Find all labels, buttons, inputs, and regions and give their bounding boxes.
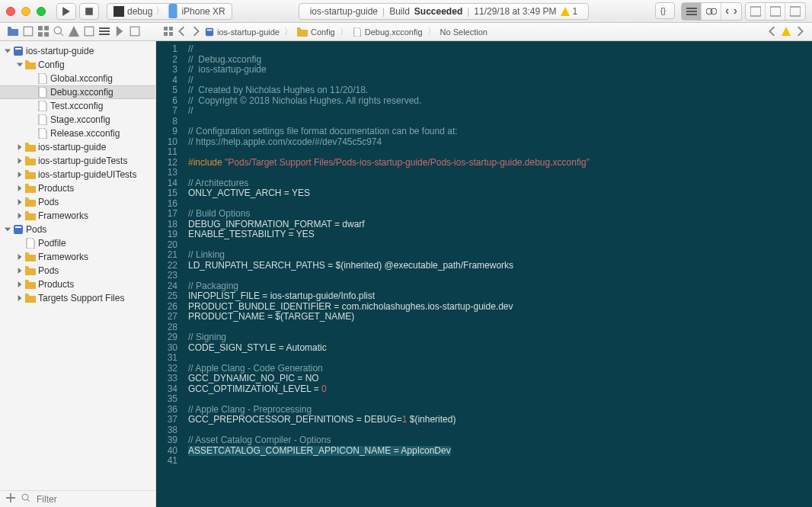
- disclosure-triangle-icon[interactable]: [15, 172, 24, 178]
- jump-forward-icon[interactable]: [795, 27, 804, 37]
- assistant-editor-button[interactable]: [702, 3, 721, 20]
- tree-row[interactable]: Test.xcconfig: [0, 99, 155, 113]
- rfile-icon: [24, 238, 37, 249]
- breakpoint-navigator-icon[interactable]: [114, 26, 125, 38]
- code-editor[interactable]: 1234567891011121314151617181920212223242…: [156, 41, 812, 507]
- tree-row[interactable]: ios-startup-guideTests: [0, 154, 155, 168]
- tree-item-label: Products: [38, 279, 74, 290]
- report-navigator-icon[interactable]: [129, 26, 140, 38]
- tree-row[interactable]: Pods: [0, 264, 155, 278]
- status-project: ios-startup-guide: [310, 6, 378, 17]
- window-controls: [6, 7, 46, 16]
- tree-row[interactable]: Stage.xcconfig: [0, 113, 155, 127]
- tree-item-label: Test.xcconfig: [50, 101, 103, 111]
- tree-row[interactable]: ios-startup-guide: [0, 140, 155, 154]
- tree-row[interactable]: ios-startup-guide: [0, 44, 155, 58]
- disclosure-triangle-icon[interactable]: [3, 48, 12, 54]
- navigator-footer: [0, 490, 155, 507]
- close-window-button[interactable]: [6, 7, 15, 16]
- tree-row[interactable]: Config: [0, 58, 155, 72]
- forward-button[interactable]: [191, 27, 200, 37]
- jump-bar: ios-startup-guide 〉 Config 〉 Debug.xccon…: [156, 26, 760, 37]
- tree-row[interactable]: Debug.xcconfig: [0, 85, 155, 99]
- disclosure-triangle-icon[interactable]: [15, 295, 24, 301]
- tree-item-label: Targets Support Files: [38, 293, 124, 303]
- disclosure-triangle-icon[interactable]: [15, 158, 24, 164]
- tree-row[interactable]: Pods: [0, 195, 155, 209]
- left-panel-toggle[interactable]: [746, 3, 766, 20]
- tree-item-label: Frameworks: [38, 252, 88, 262]
- test-navigator-icon[interactable]: [84, 26, 94, 38]
- find-navigator-icon[interactable]: [53, 26, 64, 38]
- folder-icon: [24, 59, 37, 70]
- disclosure-triangle-icon[interactable]: [15, 268, 24, 274]
- version-editor-button[interactable]: [721, 3, 741, 20]
- tree-row[interactable]: Pods: [0, 223, 155, 236]
- right-panel-toggle[interactable]: [785, 3, 805, 20]
- standard-editor-button[interactable]: [682, 3, 702, 20]
- file-icon: [37, 101, 49, 111]
- folder-icon: [24, 142, 37, 152]
- disclosure-triangle-icon[interactable]: [15, 213, 24, 219]
- project-icon: [205, 27, 214, 37]
- tree-row[interactable]: Targets Support Files: [0, 291, 155, 305]
- folder-icon: [24, 197, 37, 207]
- breadcrumb-project: ios-startup-guide: [217, 27, 280, 37]
- issue-indicator-icon[interactable]: [782, 27, 791, 37]
- symbol-navigator-icon[interactable]: [38, 26, 49, 38]
- related-items-icon[interactable]: [164, 27, 173, 37]
- disclosure-triangle-icon[interactable]: [15, 62, 24, 68]
- tree-row[interactable]: Products: [0, 181, 155, 195]
- tree-row[interactable]: Release.xcconfig: [0, 127, 155, 140]
- back-button[interactable]: [177, 27, 187, 37]
- code-snippets-button[interactable]: [655, 2, 675, 19]
- add-button[interactable]: [6, 493, 15, 505]
- breadcrumb[interactable]: ios-startup-guide 〉 Config 〉 Debug.xccon…: [205, 26, 488, 37]
- minimize-window-button[interactable]: [21, 7, 30, 16]
- warning-badge[interactable]: 1: [561, 6, 577, 17]
- proj-icon: [12, 46, 24, 56]
- tree-item-label: Podfile: [38, 238, 66, 249]
- scheme-selector[interactable]: debug 〉 iPhone XR: [107, 3, 232, 20]
- tree-row[interactable]: Products: [0, 278, 155, 291]
- tree-item-label: ios-startup-guideUITests: [38, 169, 136, 180]
- folder-icon: [24, 293, 37, 303]
- breadcrumb-file: Debug.xcconfig: [365, 27, 423, 37]
- titlebar: debug 〉 iPhone XR ios-startup-guide | Bu…: [0, 0, 812, 23]
- svg-rect-14: [113, 6, 124, 17]
- toolbar-right: [655, 2, 806, 21]
- disclosure-triangle-icon[interactable]: [15, 199, 24, 205]
- tree-row[interactable]: Frameworks: [0, 250, 155, 264]
- tree-row[interactable]: Global.xcconfig: [0, 72, 155, 85]
- debug-navigator-icon[interactable]: [99, 26, 110, 38]
- tree-item-label: ios-startup-guide: [38, 142, 106, 152]
- tree-item-label: Pods: [38, 265, 59, 276]
- tree-item-label: Pods: [38, 197, 59, 207]
- sourcecontrol-navigator-icon[interactable]: [23, 26, 34, 38]
- tree-row[interactable]: ios-startup-guideUITests: [0, 168, 155, 181]
- jump-back-icon[interactable]: [768, 27, 777, 37]
- issue-navigator-icon[interactable]: [69, 26, 79, 38]
- tree-row[interactable]: Podfile: [0, 236, 155, 250]
- tree-item-label: ios-startup-guide: [26, 46, 94, 56]
- bottom-panel-toggle[interactable]: [766, 3, 785, 20]
- disclosure-triangle-icon[interactable]: [3, 226, 12, 233]
- disclosure-triangle-icon[interactable]: [15, 281, 24, 287]
- code-content[interactable]: //// Debug.xcconfig// ios-startup-guide/…: [182, 41, 812, 507]
- zoom-window-button[interactable]: [37, 7, 46, 16]
- stop-button[interactable]: [79, 3, 99, 20]
- folder-icon: [24, 252, 37, 262]
- panel-toggle-group: [745, 2, 806, 21]
- folder-icon: [24, 210, 37, 221]
- folder-icon: [24, 183, 37, 194]
- folder-icon: [24, 156, 37, 166]
- folder-icon: [24, 279, 37, 290]
- disclosure-triangle-icon[interactable]: [15, 185, 24, 191]
- filter-input[interactable]: [37, 494, 151, 505]
- run-button[interactable]: [56, 3, 76, 20]
- tree-row[interactable]: Frameworks: [0, 209, 155, 223]
- disclosure-triangle-icon[interactable]: [15, 254, 24, 260]
- disclosure-triangle-icon[interactable]: [15, 144, 24, 150]
- project-navigator-icon[interactable]: [8, 26, 18, 38]
- file-tree[interactable]: ios-startup-guideConfigGlobal.xcconfigDe…: [0, 41, 155, 490]
